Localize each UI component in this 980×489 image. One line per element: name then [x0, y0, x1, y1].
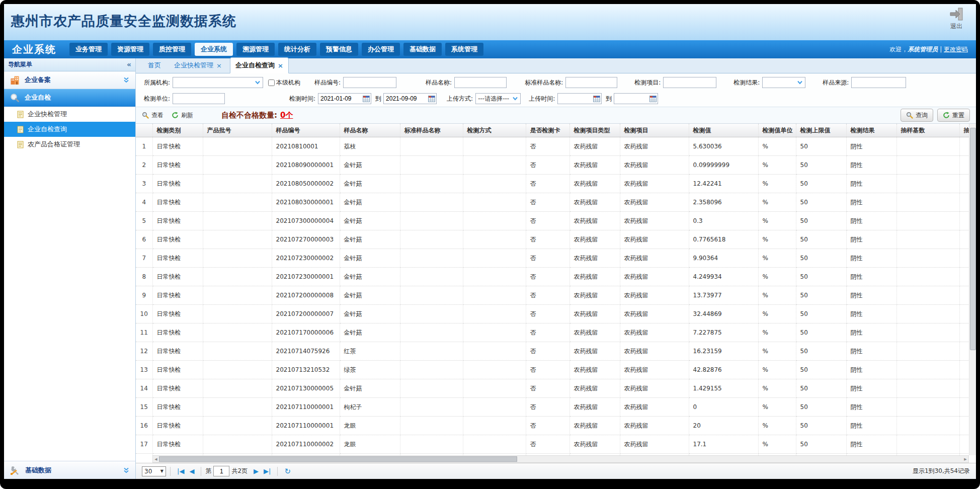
sidebar-group-self-inspection[interactable]: 企业自检: [4, 89, 135, 107]
prev-page-button[interactable]: ◀: [189, 467, 194, 475]
horizontal-scrollbar[interactable]: ◀ ▶: [152, 455, 969, 463]
sidebar-group-enterprise-record[interactable]: 企业备案: [4, 71, 135, 89]
vertical-scrollbar[interactable]: [969, 124, 976, 455]
sidebar-collapse-icon[interactable]: «: [127, 58, 131, 71]
double-chevron-down-icon[interactable]: [123, 77, 129, 83]
tab-home[interactable]: 首页: [143, 58, 166, 73]
scroll-right-icon[interactable]: ▶: [962, 456, 968, 462]
std-sample-input[interactable]: [565, 77, 617, 88]
nav-item-qc[interactable]: 质控管理: [153, 43, 191, 56]
refresh-button[interactable]: 刷新: [172, 111, 193, 120]
calendar-icon[interactable]: [593, 96, 600, 102]
source-input[interactable]: [851, 77, 906, 88]
nav-item-business[interactable]: 业务管理: [69, 43, 108, 56]
nav-item-office[interactable]: 办公管理: [362, 43, 400, 56]
sidebar-item-self-inspection-query[interactable]: 企业自检查询: [4, 122, 135, 137]
nav-item-trace[interactable]: 溯源管理: [236, 43, 275, 56]
tab-self-inspection-query[interactable]: 企业自检查询 ×: [230, 57, 289, 73]
nav-item-stats[interactable]: 统计分析: [278, 43, 316, 56]
column-header[interactable]: 标准样品名称: [400, 124, 463, 137]
table-row[interactable]: 14日常快检202107130000005金针菇否农药残留农药残留1.42915…: [136, 379, 969, 398]
column-header[interactable]: 是否检测卡: [526, 124, 569, 137]
table-row[interactable]: 4日常快检202108030000001金针菇否农药残留农药残留2.358096…: [136, 193, 969, 212]
nav-item-warning[interactable]: 预警信息: [320, 43, 358, 56]
table-row[interactable]: 13日常快检20210713210532绿茶否农药残留农药残留42.82876%…: [136, 361, 969, 379]
reset-button[interactable]: 重置: [937, 109, 970, 122]
table-row[interactable]: 11日常快检202107170000006金针菇否农药残留农药残留7.22787…: [136, 323, 969, 342]
unit-input[interactable]: [173, 93, 225, 104]
change-password-link[interactable]: 更改密码: [944, 46, 968, 53]
table-row[interactable]: 9日常快检202107200000008金针菇否农药残留农药残留13.73977…: [136, 286, 969, 305]
sample-no-input[interactable]: [343, 77, 396, 88]
scroll-left-icon[interactable]: ◀: [153, 456, 159, 462]
horizontal-scrollbar-thumb[interactable]: [159, 456, 517, 462]
table-row[interactable]: 12日常快检20210714075926红茶否农药残留农药残留16.23159%…: [136, 342, 969, 361]
table-cell: 17.1: [689, 435, 758, 454]
table-cell: [203, 342, 272, 361]
table-row[interactable]: 15日常快检202107110000001枸杞子否农药残留农药残留0%50阴性: [136, 398, 969, 417]
logout-button[interactable]: 退出: [945, 7, 968, 31]
test-item-input[interactable]: [663, 77, 716, 88]
result-select[interactable]: [762, 77, 805, 88]
query-button[interactable]: 查询: [901, 109, 933, 122]
sidebar-item-certificate-mgmt[interactable]: 农产品合格证管理: [4, 137, 135, 152]
nav-item-system[interactable]: 系统管理: [445, 43, 483, 56]
table-cell: [203, 323, 272, 342]
upload-mode-select[interactable]: ---请选择---: [475, 93, 521, 104]
calendar-icon[interactable]: [428, 96, 435, 102]
page-size-select[interactable]: 30 ▼: [142, 466, 166, 476]
nav-item-basedata[interactable]: 基础数据: [403, 43, 442, 56]
sample-name-input[interactable]: [454, 77, 507, 88]
own-org-checkbox[interactable]: [268, 79, 275, 86]
vertical-scrollbar-thumb[interactable]: [970, 128, 976, 350]
column-header[interactable]: 检测结果: [846, 124, 896, 137]
calendar-icon[interactable]: [649, 96, 657, 102]
column-header[interactable]: 检测上限值: [796, 124, 846, 137]
column-header[interactable]: 抽样基数: [896, 124, 959, 137]
column-header[interactable]: 检测项目类型: [569, 124, 620, 137]
table-row[interactable]: 16日常快检202107110000001龙眼否农药残留农药残留20%50阴性: [136, 417, 969, 435]
table-row[interactable]: 10日常快检202107200000007金针菇否农药残留农药残留32.4486…: [136, 305, 969, 323]
column-header[interactable]: 产品批号: [203, 124, 272, 137]
column-header[interactable]: 检测方式: [463, 124, 526, 137]
view-button[interactable]: 查看: [142, 111, 164, 120]
table-cell: 50: [796, 379, 846, 398]
table-row[interactable]: 2日常快检202108090000001金针菇否农药残留农药残留0.099999…: [136, 156, 969, 175]
sidebar-header: 导航菜单 «: [4, 58, 135, 71]
column-header[interactable]: [136, 124, 152, 137]
page-size-value: 30: [144, 468, 152, 475]
table-row[interactable]: 5日常快检202107300000004金针菇否农药残留农药残留0.3%50阴性: [136, 212, 969, 230]
column-header[interactable]: 检测值单位: [758, 124, 796, 137]
column-header[interactable]: 样品名称: [340, 124, 400, 137]
nav-item-resource[interactable]: 资源管理: [111, 43, 149, 56]
row-number-cell: 8: [136, 268, 152, 286]
sidebar-item-quick-inspection[interactable]: 企业快检管理: [4, 107, 135, 122]
fail-count-value[interactable]: 0个: [280, 111, 293, 120]
sidebar-group-base-data[interactable]: 基础数据: [4, 461, 135, 479]
table-row[interactable]: 6日常快检202107270000003金针菇否农药残留农药残留0.776561…: [136, 230, 969, 249]
next-page-button[interactable]: ▶: [254, 467, 259, 475]
table-row[interactable]: 3日常快检202108050000002金针菇否农药残留农药残留12.42241…: [136, 175, 969, 193]
tab-quick-inspection[interactable]: 企业快检管理 ×: [169, 58, 227, 73]
column-header[interactable]: 检测项目: [620, 124, 689, 137]
table-cell: 农药残留: [620, 342, 689, 361]
column-header[interactable]: 检测值: [689, 124, 758, 137]
org-select[interactable]: [173, 77, 263, 88]
table-row[interactable]: 17日常快检202107110000002龙眼否农药残留农药残留17.1%50阴…: [136, 435, 969, 454]
column-header[interactable]: 抽样数量: [959, 124, 969, 137]
calendar-icon[interactable]: [363, 96, 370, 102]
column-header[interactable]: 样品编号: [272, 124, 340, 137]
double-chevron-down-icon[interactable]: [123, 467, 129, 473]
column-header[interactable]: 检测类别: [152, 124, 203, 137]
page-number-input[interactable]: [213, 466, 229, 476]
table-row[interactable]: 7日常快检202107230000002金针菇否农药残留农药残留9.90364%…: [136, 249, 969, 268]
last-page-button[interactable]: ▶|: [264, 467, 271, 475]
table-row[interactable]: 8日常快检202107230000001金针菇否农药残留农药残留4.249934…: [136, 268, 969, 286]
first-page-button[interactable]: |◀: [177, 467, 184, 475]
table-cell: 阴性: [846, 249, 896, 268]
tab-close-icon[interactable]: ×: [216, 62, 222, 69]
tab-close-icon[interactable]: ×: [278, 62, 283, 69]
table-row[interactable]: 1日常快检20210810001荔枝否农药残留农药残留5.630036%50阴性: [136, 137, 969, 156]
nav-item-enterprise[interactable]: 企业系统: [195, 43, 233, 56]
reload-icon[interactable]: ↻: [284, 467, 291, 476]
